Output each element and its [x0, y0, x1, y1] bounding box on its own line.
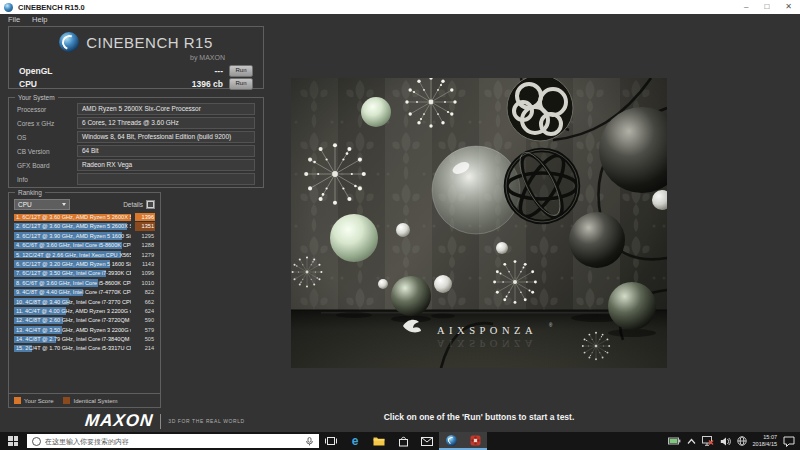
system-row: GFX BoardRadeon RX Vega	[9, 158, 263, 172]
ranking-row-score: 1143	[135, 260, 155, 268]
menu-help[interactable]: Help	[32, 15, 47, 24]
cinebench-taskbar-icon	[446, 435, 457, 446]
cpu-score: 1396 cb	[192, 79, 223, 89]
ranking-row-score: 1295	[135, 232, 155, 240]
ranking-row[interactable]: 2. 6C/12T @ 3.60 GHz, AMD Ryzen 5 2600X …	[14, 222, 155, 230]
mail-button[interactable]	[415, 432, 439, 450]
ranking-row-score: 579	[135, 326, 155, 334]
volume-icon[interactable]	[720, 437, 731, 446]
ranking-row[interactable]: 13. 4C/4T @ 3.50 GHz, AMD Ryzen 3 2200G …	[14, 326, 155, 334]
microphone-icon[interactable]	[305, 437, 314, 446]
system-rows: ProcessorAMD Ryzen 5 2600X Six-Core Proc…	[9, 98, 263, 186]
ranking-row[interactable]: 8. 6C/6T @ 3.60 GHz, Intel Core i5-8600K…	[14, 279, 155, 287]
opengl-score: ---	[215, 66, 224, 76]
ranking-row[interactable]: 10. 4C/8T @ 3.40 GHz, Intel Core i7-3770…	[14, 298, 155, 306]
cinebench-taskbar-button[interactable]	[439, 432, 463, 450]
benchmark-panel: CINEBENCH R15 by MAXON OpenGL --- Run CP…	[8, 26, 264, 89]
ranking-row-label: 5. 12C/24T @ 2.66 GHz, Intel Xeon CPU X5…	[16, 251, 131, 259]
ranking-row-label: 4. 6C/6T @ 3.60 GHz, Intel Core i5-8600K…	[16, 241, 131, 249]
system-row: ProcessorAMD Ryzen 5 2600X Six-Core Proc…	[9, 102, 263, 116]
render-preview: AIXSPONZA ® AIXSPONZA	[291, 78, 667, 368]
menu-bar: File Help	[8, 15, 48, 24]
ranking-row[interactable]: 3. 6C/12T @ 3.90 GHz, AMD Ryzen 5 1600 S…	[14, 232, 155, 240]
ranking-row-label: 15. 2C/4T @ 1.70 GHz, Intel Core i5-3317…	[16, 344, 131, 352]
windows-logo-icon	[8, 436, 18, 446]
search-input[interactable]	[41, 435, 305, 447]
system-row: OSWindows 8, 64 Bit, Professional Editio…	[9, 130, 263, 144]
system-row-value: 64 Bit	[77, 145, 255, 157]
minimize-button[interactable]: –	[744, 0, 748, 14]
ranking-row[interactable]: 14. 4C/8T @ 2.79 GHz, Intel Core i7-3840…	[14, 335, 155, 343]
hidden-icons-chevron[interactable]	[687, 438, 696, 445]
ranking-panel: Ranking CPU Details 1. 6C/12T @ 3.60 GHz…	[8, 192, 161, 408]
opengl-run-button[interactable]: Run	[229, 65, 253, 77]
maxon-wordmark: MAXON	[84, 411, 154, 431]
ranking-row[interactable]: 6. 6C/12T @ 3.20 GHz, AMD Ryzen 5 1600 S…	[14, 260, 155, 268]
edge-icon: e	[352, 435, 359, 447]
ranking-filter-dropdown[interactable]: CPU	[14, 199, 70, 210]
legend-item: Your Score	[14, 397, 53, 404]
ranking-row-label: 14. 4C/8T @ 2.79 GHz, Intel Core i7-3840…	[16, 335, 131, 343]
ranking-row-label: 3. 6C/12T @ 3.90 GHz, AMD Ryzen 5 1600 S…	[16, 232, 131, 240]
network-disconnected-icon[interactable]	[702, 436, 714, 446]
ranking-list: 1. 6C/12T @ 3.60 GHz, AMD Ryzen 5 2600X …	[14, 213, 155, 391]
ranking-row-label: 6. 6C/12T @ 3.20 GHz, AMD Ryzen 5 1600 S…	[16, 260, 131, 268]
task-view-button[interactable]	[319, 432, 343, 450]
system-row-label: Processor	[17, 106, 77, 113]
maxon-logo: MAXON 3D FOR THE REAL WORLD	[85, 411, 245, 431]
logo-byline: by MAXON	[9, 54, 263, 64]
start-button[interactable]	[0, 432, 26, 450]
ranking-row[interactable]: 7. 6C/12T @ 3.50 GHz, Intel Core i7-3930…	[14, 269, 155, 277]
ranking-row[interactable]: 4. 6C/6T @ 3.60 GHz, Intel Core i5-8600K…	[14, 241, 155, 249]
ranking-row-score: 1396	[135, 213, 155, 221]
close-button[interactable]: ✕	[785, 0, 792, 14]
red-app-taskbar-button[interactable]	[463, 432, 487, 450]
taskbar: e	[0, 432, 800, 450]
ranking-legend: Your ScoreIdentical System	[9, 393, 160, 407]
input-language-icon[interactable]	[737, 436, 747, 446]
maximize-button[interactable]: □	[764, 0, 769, 14]
system-row-value	[77, 173, 255, 185]
cinebench-window: CINEBENCH R15.0 – □ ✕ File Help CINEBENC…	[0, 0, 800, 450]
menu-file[interactable]: File	[8, 15, 20, 24]
legend-swatch	[14, 397, 21, 404]
ranking-row[interactable]: 5. 12C/24T @ 2.66 GHz, Intel Xeon CPU X5…	[14, 251, 155, 259]
ranking-row-score: 214	[135, 344, 155, 352]
system-row: Cores x GHz6 Cores, 12 Threads @ 3.60 GH…	[9, 116, 263, 130]
action-center-icon[interactable]	[783, 436, 795, 447]
store-button[interactable]	[391, 432, 415, 450]
store-bag-icon	[398, 436, 409, 447]
mail-envelope-icon	[421, 437, 433, 446]
app-icon	[4, 3, 13, 12]
legend-swatch	[63, 397, 70, 404]
cinebench-logo: CINEBENCH R15	[9, 27, 263, 54]
system-row-label: OS	[17, 134, 77, 141]
system-row-value: Windows 8, 64 Bit, Professional Edition …	[77, 131, 255, 143]
cpu-run-button[interactable]: Run	[229, 78, 253, 90]
ranking-row-score: 1288	[135, 241, 155, 249]
ranking-row-label: 13. 4C/4T @ 3.50 GHz, AMD Ryzen 3 2200G …	[16, 326, 131, 334]
chevron-down-icon	[62, 203, 66, 206]
taskbar-clock[interactable]: 15:07 2018/4/15	[753, 434, 777, 448]
details-checkbox[interactable]	[146, 200, 155, 209]
maxon-divider	[160, 414, 161, 429]
system-row-label: GFX Board	[17, 162, 77, 169]
ranking-row[interactable]: 9. 4C/8T @ 4.40 GHz, Intel Core i7-4770K…	[14, 288, 155, 296]
ranking-row-label: 9. 4C/8T @ 4.40 GHz, Intel Core i7-4770K…	[16, 288, 131, 296]
ranking-row[interactable]: 11. 4C/4T @ 4.00 GHz, AMD Ryzen 3 2200G …	[14, 307, 155, 315]
battery-icon[interactable]	[668, 437, 681, 445]
file-explorer-button[interactable]	[367, 432, 391, 450]
red-app-icon	[470, 435, 481, 446]
your-system-panel: Your System ProcessorAMD Ryzen 5 2600X S…	[8, 97, 264, 188]
ranking-row-score: 662	[135, 298, 155, 306]
taskbar-search[interactable]	[27, 434, 319, 448]
ranking-row[interactable]: 1. 6C/12T @ 3.60 GHz, AMD Ryzen 5 2600X …	[14, 213, 155, 221]
system-row: CB Version64 Bit	[9, 144, 263, 158]
system-row-label: CB Version	[17, 148, 77, 155]
ranking-row[interactable]: 15. 2C/4T @ 1.70 GHz, Intel Core i5-3317…	[14, 344, 155, 352]
folder-icon	[373, 436, 385, 446]
edge-button[interactable]: e	[343, 432, 367, 450]
maxon-tagline: 3D FOR THE REAL WORLD	[168, 418, 245, 424]
ranking-row[interactable]: 12. 4C/8T @ 2.60 GHz, Intel Core i7-3720…	[14, 316, 155, 324]
render-scene: AIXSPONZA ® AIXSPONZA	[291, 78, 667, 368]
